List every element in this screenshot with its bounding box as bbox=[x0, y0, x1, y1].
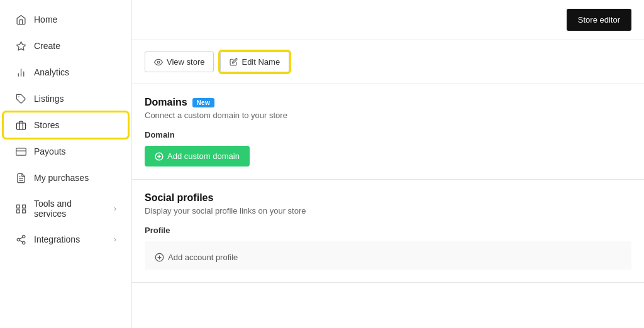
social-header: Social profiles bbox=[145, 192, 631, 204]
purchases-icon bbox=[15, 172, 26, 183]
eye-icon bbox=[154, 58, 163, 67]
domains-title: Domains bbox=[145, 97, 187, 108]
svg-rect-6 bbox=[16, 148, 26, 155]
sidebar-item-create[interactable]: Create bbox=[4, 33, 128, 58]
domains-header: Domains New bbox=[145, 97, 631, 108]
home-icon bbox=[15, 14, 26, 25]
domains-badge: New bbox=[192, 98, 214, 107]
sidebar-item-purchases-label: My purchases bbox=[34, 173, 89, 183]
svg-point-19 bbox=[157, 61, 160, 63]
tools-icon bbox=[15, 203, 26, 214]
sidebar-item-create-label: Create bbox=[34, 41, 60, 51]
sidebar: Home Create Analytics Listings bbox=[0, 0, 132, 328]
sidebar-item-tools[interactable]: Tools and services › bbox=[4, 192, 128, 226]
action-bar: View store Edit Name bbox=[132, 40, 644, 84]
analytics-icon bbox=[15, 67, 26, 78]
integrations-chevron-icon: › bbox=[114, 235, 116, 244]
store-editor-button[interactable]: Store editor bbox=[567, 9, 631, 31]
main-content: Store editor View store Edit Name Domain… bbox=[132, 0, 644, 328]
svg-line-17 bbox=[19, 240, 23, 242]
domain-field-label: Domain bbox=[145, 130, 631, 139]
svg-line-18 bbox=[19, 237, 23, 239]
stores-icon bbox=[15, 119, 26, 131]
add-account-profile-label: Add account profile bbox=[168, 253, 238, 262]
view-store-label: View store bbox=[167, 57, 204, 67]
edit-name-label: Edit Name bbox=[242, 57, 280, 67]
svg-rect-5 bbox=[16, 123, 25, 129]
sidebar-item-home[interactable]: Home bbox=[4, 7, 128, 32]
sidebar-item-listings[interactable]: Listings bbox=[4, 86, 128, 111]
top-bar: Store editor bbox=[132, 0, 644, 40]
add-custom-domain-button[interactable]: Add custom domain bbox=[145, 146, 250, 167]
add-account-profile-button[interactable]: Add account profile bbox=[145, 248, 248, 267]
pencil-icon bbox=[230, 58, 238, 66]
add-custom-domain-label: Add custom domain bbox=[167, 151, 240, 161]
social-subtitle: Display your social profile links on you… bbox=[145, 206, 631, 216]
integrations-icon bbox=[15, 234, 26, 245]
plus-circle-outline-icon bbox=[155, 253, 164, 262]
domains-subtitle: Connect a custom domain to your store bbox=[145, 111, 631, 120]
sidebar-item-stores[interactable]: Stores bbox=[4, 112, 128, 138]
sidebar-item-analytics[interactable]: Analytics bbox=[4, 60, 128, 85]
sidebar-item-integrations-label: Integrations bbox=[34, 234, 80, 244]
sidebar-item-payouts[interactable]: Payouts bbox=[4, 139, 128, 164]
svg-rect-11 bbox=[22, 205, 25, 208]
sidebar-item-home-label: Home bbox=[34, 14, 57, 25]
view-store-button[interactable]: View store bbox=[145, 52, 214, 72]
sidebar-item-analytics-label: Analytics bbox=[34, 67, 69, 77]
svg-rect-10 bbox=[16, 205, 19, 208]
social-section: Social profiles Display your social prof… bbox=[132, 180, 644, 283]
svg-marker-0 bbox=[16, 41, 25, 50]
sidebar-item-integrations[interactable]: Integrations › bbox=[4, 227, 128, 252]
sidebar-item-listings-label: Listings bbox=[34, 94, 64, 104]
sidebar-item-payouts-label: Payouts bbox=[34, 146, 66, 156]
payouts-icon bbox=[15, 146, 26, 157]
edit-name-button[interactable]: Edit Name bbox=[220, 52, 289, 72]
tools-chevron-icon: › bbox=[114, 204, 116, 213]
sidebar-item-tools-label: Tools and services bbox=[34, 199, 106, 219]
profile-field-label: Profile bbox=[145, 226, 631, 235]
svg-rect-13 bbox=[16, 209, 19, 212]
domains-section: Domains New Connect a custom domain to y… bbox=[132, 84, 644, 180]
svg-rect-12 bbox=[22, 209, 25, 212]
plus-circle-icon bbox=[155, 152, 164, 161]
listings-icon bbox=[15, 93, 26, 104]
sidebar-item-stores-label: Stores bbox=[34, 120, 59, 130]
create-icon bbox=[15, 40, 26, 52]
sidebar-item-purchases[interactable]: My purchases bbox=[4, 165, 128, 190]
social-title: Social profiles bbox=[145, 192, 213, 204]
